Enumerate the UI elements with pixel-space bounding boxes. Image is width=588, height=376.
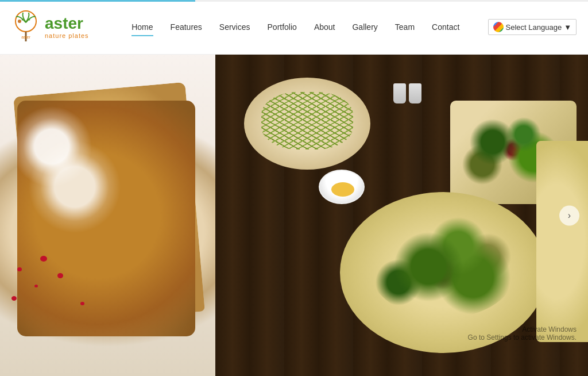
language-selector[interactable]: Select Language ▼ xyxy=(488,19,577,35)
next-slide-button[interactable]: › xyxy=(559,205,579,225)
nav-gallery[interactable]: Gallery xyxy=(352,20,377,34)
main-nav: Home Features Services Portfolio About G… xyxy=(103,20,488,34)
plate-edge-right xyxy=(536,141,588,342)
logo-name: aster xyxy=(45,15,89,33)
nav-services[interactable]: Services xyxy=(219,20,250,34)
google-translate-icon xyxy=(493,22,504,32)
site-header: aster aster nature plates Home Features … xyxy=(0,0,588,55)
nav-about[interactable]: About xyxy=(314,20,335,34)
hero-section: › Activate Windows Go to Settings to act… xyxy=(0,55,588,376)
nav-team[interactable]: Team xyxy=(395,20,415,34)
logo-sub: nature plates xyxy=(45,32,89,39)
dipping-bowl xyxy=(319,170,365,204)
progress-bar-fill xyxy=(0,0,195,2)
logo-icon: aster xyxy=(11,10,40,44)
pasta-plate xyxy=(244,78,370,170)
cup-2 xyxy=(409,83,421,103)
nav-portfolio[interactable]: Portfolio xyxy=(268,20,297,34)
cups xyxy=(393,83,421,103)
svg-text:aster: aster xyxy=(21,35,30,39)
nav-contact[interactable]: Contact xyxy=(432,20,459,34)
cup-1 xyxy=(393,83,406,103)
hero-left-panel xyxy=(0,55,215,376)
chevron-right-icon: › xyxy=(568,210,571,221)
chevron-down-icon: ▼ xyxy=(564,23,571,32)
table-scene xyxy=(215,55,588,376)
salad-plate-bottom xyxy=(340,192,547,353)
hero-right-panel: › Activate Windows Go to Settings to act… xyxy=(215,55,588,376)
dessert-plate-scene xyxy=(0,55,215,376)
logo-text: aster nature plates xyxy=(45,15,89,40)
page-load-progress xyxy=(0,0,588,2)
sauce-drops xyxy=(6,256,121,325)
nav-features[interactable]: Features xyxy=(171,20,202,34)
svg-point-2 xyxy=(18,20,21,23)
logo[interactable]: aster aster nature plates xyxy=(11,10,103,44)
language-selector-label: Select Language xyxy=(506,23,562,32)
nav-home[interactable]: Home xyxy=(131,20,153,34)
